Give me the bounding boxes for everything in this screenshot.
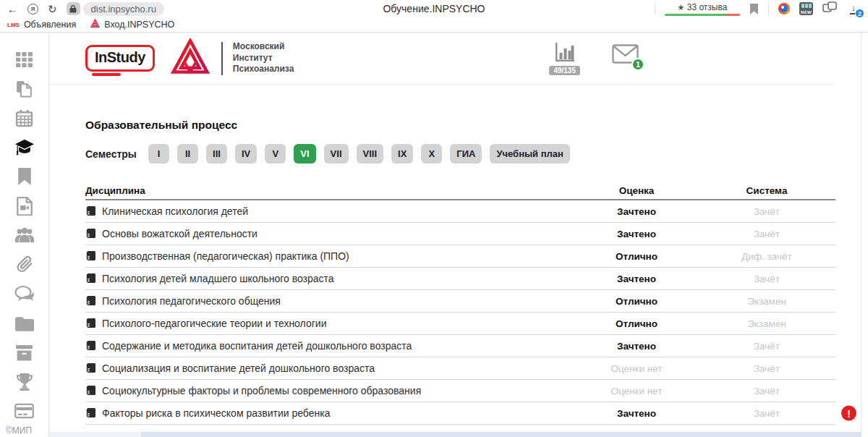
discipline-name[interactable]: Факторы риска в психическом развитии реб… bbox=[102, 407, 330, 419]
semesters-label: Семестры bbox=[85, 148, 148, 160]
discipline-link[interactable]: Социализация и воспитание детей дошкольн… bbox=[85, 362, 575, 374]
page-title: Образовательный процесс bbox=[85, 119, 835, 132]
discipline-name[interactable]: Производственная (педагогическая) практи… bbox=[102, 250, 349, 262]
bookmark-login-inpsycho[interactable]: Вход.INPSYCHO bbox=[90, 19, 174, 30]
grade-value: Отлично bbox=[575, 318, 698, 329]
discipline-name[interactable]: Психология детей младшего школьного возр… bbox=[102, 273, 334, 284]
discipline-name[interactable]: Основы вожатской деятельности bbox=[102, 228, 258, 239]
sidebar-item-achievements[interactable] bbox=[14, 373, 35, 391]
discipline-name[interactable]: Психолого-педагогические теории и технол… bbox=[102, 318, 326, 329]
discipline-link[interactable]: Психология педагогического общения bbox=[85, 295, 575, 307]
site-reviews[interactable]: ★ 33 отзыва bbox=[665, 2, 740, 16]
semester-tab-V[interactable]: V bbox=[265, 144, 286, 164]
discipline-name[interactable]: Клиническая психология детей bbox=[102, 205, 248, 217]
sidebar-item-bookmarks[interactable] bbox=[14, 167, 35, 186]
discipline-link[interactable]: Клиническая психология детей bbox=[85, 205, 575, 217]
site-header: InStudy Московский Институт Психоанализа bbox=[49, 33, 835, 85]
mail-button[interactable]: 1 bbox=[612, 44, 639, 67]
discipline-link[interactable]: Содержание и методика воспитания детей д… bbox=[85, 340, 575, 352]
semester-tab-I[interactable]: I bbox=[148, 144, 169, 164]
semester-tab-VII[interactable]: VII bbox=[324, 144, 349, 164]
bookmark-announcements[interactable]: LMS Объявления bbox=[7, 20, 76, 30]
semester-filter: Семестры IIIIIIIVVVIVIIVIIIIXXГИАУчебный… bbox=[85, 144, 835, 164]
collections-icon[interactable] bbox=[822, 1, 837, 16]
table-row: Основы вожатской деятельностиЗачтеноЗачё… bbox=[85, 223, 835, 245]
grade-value: Оценки нет bbox=[575, 363, 698, 374]
progress-stats[interactable]: 49/135 bbox=[549, 41, 580, 75]
reload-icon[interactable]: ↻ bbox=[48, 4, 57, 14]
discipline-link[interactable]: Производственная (педагогическая) практи… bbox=[85, 250, 575, 262]
sidebar-item-attachments[interactable] bbox=[14, 255, 35, 274]
grade-value: Зачтено bbox=[575, 206, 698, 217]
address-bar[interactable]: dist.inpsycho.ru bbox=[67, 2, 164, 16]
semester-tab-ГИА[interactable]: ГИА bbox=[450, 144, 482, 164]
semester-tab-III[interactable]: III bbox=[206, 144, 227, 164]
discipline-name[interactable]: Социализация и воспитание детей дошкольн… bbox=[102, 362, 375, 374]
bookmark-flag-icon[interactable] bbox=[749, 4, 759, 14]
sidebar-item-messages[interactable] bbox=[14, 284, 35, 303]
column-discipline: Дисциплина bbox=[85, 185, 575, 196]
table-row: Психология детей младшего школьного возр… bbox=[85, 268, 835, 290]
semester-tab-X[interactable]: X bbox=[421, 144, 442, 164]
sidebar-item-card[interactable] bbox=[14, 402, 35, 420]
grading-system: Зачёт bbox=[698, 363, 835, 374]
sidebar-item-calendar[interactable] bbox=[14, 109, 35, 127]
instudy-logo[interactable]: InStudy bbox=[85, 45, 155, 72]
grade-value: Зачтено bbox=[575, 341, 698, 352]
sidebar-item-documents[interactable] bbox=[14, 80, 35, 98]
sidebar-item-people[interactable] bbox=[14, 226, 35, 245]
sidebar-item-archive[interactable] bbox=[14, 343, 35, 362]
semester-tab-VI[interactable]: VI bbox=[294, 144, 315, 164]
bar-chart-icon bbox=[554, 41, 576, 64]
horizontal-scrollbar[interactable] bbox=[49, 432, 861, 437]
new-extension-icon[interactable]: NEW bbox=[799, 2, 813, 15]
semester-buttons: IIIIIIIVVVIVIIVIIIIXXГИАУчебный план bbox=[148, 144, 570, 164]
discipline-link[interactable]: Психология детей младшего школьного возр… bbox=[85, 273, 575, 284]
semester-tab-IV[interactable]: IV bbox=[235, 144, 257, 164]
url-text[interactable]: dist.inpsycho.ru bbox=[83, 2, 164, 16]
downloads-badge: 2 bbox=[855, 9, 864, 18]
vertical-scrollbar[interactable] bbox=[861, 33, 868, 437]
table-row: Производственная (педагогическая) практи… bbox=[85, 245, 835, 268]
semester-tab-Учебный план[interactable]: Учебный план bbox=[490, 144, 569, 164]
institute-name: Московский Институт Психоанализа bbox=[233, 41, 294, 75]
back-icon[interactable]: ← bbox=[7, 4, 18, 14]
downloads-icon[interactable]: ↓ 2 bbox=[846, 1, 861, 16]
table-row: Клиническая психология детейЗачтеноЗачёт bbox=[85, 200, 835, 223]
book-icon bbox=[86, 229, 96, 239]
discipline-name[interactable]: Содержание и методика воспитания детей д… bbox=[102, 340, 412, 352]
discipline-name[interactable]: Социокультурные факторы и проблемы совре… bbox=[102, 385, 421, 396]
lock-icon[interactable] bbox=[67, 2, 80, 15]
grade-value: Зачтено bbox=[575, 408, 698, 419]
grading-system: Зачёт bbox=[698, 273, 835, 284]
alert-icon[interactable]: ! bbox=[841, 406, 856, 421]
grade-value: Зачтено bbox=[575, 229, 698, 239]
discipline-link[interactable]: Основы вожатской деятельности bbox=[85, 228, 575, 239]
column-grade: Оценка bbox=[575, 185, 698, 196]
grade-value: Отлично bbox=[575, 251, 698, 262]
discipline-link[interactable]: Психолого-педагогические теории и технол… bbox=[85, 318, 575, 329]
table-header: Дисциплина Оценка Система bbox=[85, 182, 835, 200]
sidebar-item-folders[interactable] bbox=[14, 314, 35, 333]
table-row: Социализация и воспитание детей дошкольн… bbox=[85, 357, 835, 380]
semester-tab-II[interactable]: II bbox=[177, 144, 198, 164]
discipline-link[interactable]: Факторы риска в психическом развитии реб… bbox=[85, 407, 575, 419]
mip-logo-icon bbox=[171, 38, 210, 79]
sidebar-item-apps-grid[interactable] bbox=[14, 50, 35, 69]
book-icon bbox=[86, 318, 96, 328]
grading-system: Зачёт bbox=[698, 206, 835, 217]
book-icon bbox=[86, 363, 96, 373]
sidebar-item-education[interactable] bbox=[14, 138, 35, 157]
sidebar: ©МИП bbox=[0, 33, 49, 437]
browser-menu-icon[interactable]: Я bbox=[27, 4, 38, 14]
divider bbox=[655, 4, 655, 14]
discipline-name[interactable]: Психология педагогического общения bbox=[102, 295, 281, 307]
table-row: Психолого-педагогические теории и технол… bbox=[85, 313, 835, 335]
color-circle-extension-icon[interactable] bbox=[778, 3, 790, 14]
grade-value: Отлично bbox=[575, 296, 698, 307]
semester-tab-IX[interactable]: IX bbox=[391, 144, 413, 164]
divider bbox=[221, 42, 223, 75]
sidebar-item-media-files[interactable] bbox=[14, 197, 35, 216]
discipline-link[interactable]: Социокультурные факторы и проблемы совре… bbox=[85, 385, 575, 396]
semester-tab-VIII[interactable]: VIII bbox=[357, 144, 384, 164]
